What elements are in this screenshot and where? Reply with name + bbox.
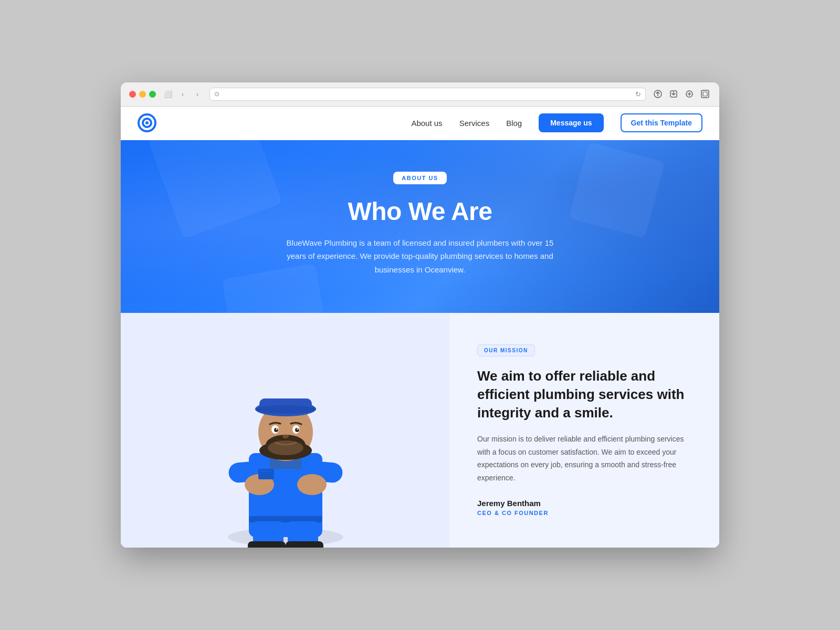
nav-blog[interactable]: Blog	[506, 119, 522, 128]
svg-point-29	[282, 434, 289, 438]
mission-section: OUR MISSION We aim to offer reliable and…	[121, 313, 719, 548]
svg-point-14	[297, 474, 327, 495]
back-button[interactable]: ‹	[177, 88, 188, 100]
security-icon: ⊙	[214, 90, 222, 98]
sidebar-toggle-button[interactable]: ⬜	[162, 88, 174, 100]
traffic-light-green[interactable]	[149, 91, 156, 98]
svg-rect-35	[286, 541, 323, 548]
founder-info: Jeremy Bentham CEO & CO FOUNDER	[477, 499, 694, 516]
svg-point-19	[255, 405, 316, 414]
logo-icon	[138, 113, 156, 132]
traffic-light-red[interactable]	[129, 91, 136, 98]
plumber-container	[121, 334, 450, 548]
message-us-button[interactable]: Message us	[539, 113, 603, 132]
address-bar-container: ⊙ ↻	[209, 88, 646, 101]
mission-description: Our mission is to deliver reliable and e…	[477, 433, 694, 484]
hero-content: ABOUT US Who We Are BlueWave Plumbing is…	[138, 172, 702, 277]
svg-point-27	[276, 428, 277, 430]
browser-controls: ⬜ ‹ ›	[162, 88, 203, 100]
share-icon[interactable]	[652, 88, 664, 100]
browser-window: ⬜ ‹ › ⊙ ↻	[121, 82, 719, 548]
navbar: About us Services Blog Message us Get th…	[121, 107, 719, 140]
svg-rect-4	[703, 92, 707, 96]
svg-rect-3	[701, 90, 709, 98]
browser-chrome: ⬜ ‹ › ⊙ ↻	[121, 82, 719, 107]
website-content: About us Services Blog Message us Get th…	[121, 107, 719, 548]
traffic-light-yellow[interactable]	[139, 91, 146, 98]
founder-name: Jeremy Bentham	[477, 499, 694, 508]
nav-services[interactable]: Services	[459, 119, 490, 128]
hero-title: Who We Are	[138, 197, 702, 226]
mission-image-area	[121, 313, 450, 548]
plumber-illustration	[212, 359, 359, 548]
navbar-nav: About us Services Blog Message us Get th…	[411, 113, 702, 132]
mission-content: OUR MISSION We aim to offer reliable and…	[450, 313, 719, 548]
traffic-lights	[129, 91, 156, 98]
our-mission-badge: OUR MISSION	[477, 344, 535, 356]
forward-button[interactable]: ›	[192, 88, 203, 100]
address-bar-input[interactable]	[225, 90, 632, 98]
browser-actions	[652, 88, 711, 100]
download-icon[interactable]	[668, 88, 679, 100]
nav-about-us[interactable]: About us	[411, 119, 442, 128]
svg-point-22	[268, 440, 303, 455]
tabs-icon[interactable]	[699, 88, 711, 100]
svg-point-7	[145, 121, 149, 124]
reload-icon[interactable]: ↻	[635, 90, 641, 98]
svg-point-28	[297, 428, 298, 430]
navbar-logo	[138, 113, 156, 132]
mission-title: We aim to offer reliable and efficient p…	[477, 367, 694, 422]
about-us-badge: ABOUT US	[393, 172, 446, 184]
hero-description: BlueWave Plumbing is a team of licensed …	[284, 236, 556, 277]
svg-rect-30	[258, 469, 274, 479]
add-tab-icon[interactable]	[684, 88, 695, 100]
get-template-button[interactable]: Get this Template	[621, 113, 702, 132]
founder-title: CEO & CO FOUNDER	[477, 510, 694, 516]
svg-rect-34	[248, 541, 286, 548]
hero-section: ABOUT US Who We Are BlueWave Plumbing is…	[121, 140, 719, 313]
